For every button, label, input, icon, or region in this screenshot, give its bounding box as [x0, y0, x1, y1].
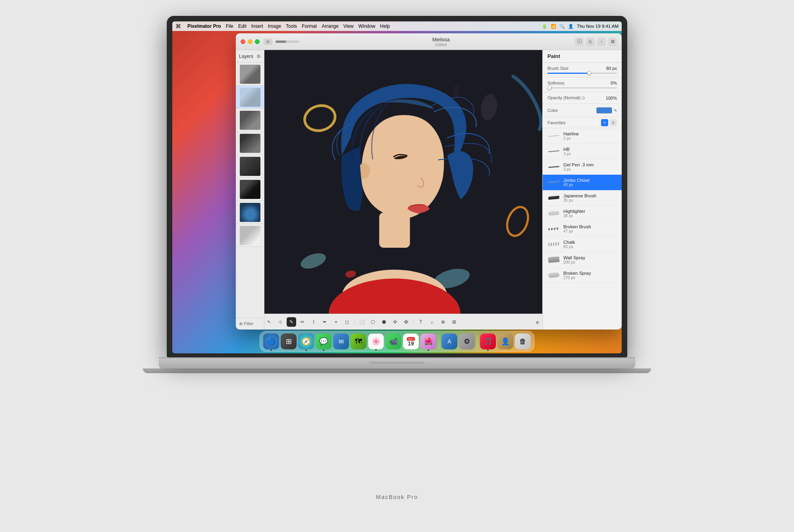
dock-appstore[interactable]: A: [441, 333, 457, 349]
favorites-settings-btn[interactable]: ⊙: [610, 119, 617, 126]
text-tool[interactable]: T: [416, 317, 426, 327]
brush-name-chisel: Jimbo Chisel: [563, 178, 617, 183]
copy-button[interactable]: ⎘: [586, 37, 595, 46]
menu-edit[interactable]: Edit: [238, 23, 247, 29]
menu-view[interactable]: View: [343, 23, 354, 29]
dock-safari[interactable]: 🧭: [298, 333, 314, 349]
color-swatch[interactable]: [596, 107, 612, 114]
star-tool[interactable]: ✣: [390, 317, 400, 327]
dock-pixelmator[interactable]: 🌺: [420, 333, 436, 349]
dock-music[interactable]: 🎵: [480, 333, 496, 349]
brush-item-broken-spray[interactable]: Broken Spray 270 px: [543, 268, 622, 283]
color-picker-icon[interactable]: ✎: [614, 108, 617, 113]
brush-size-value: 80 px: [606, 66, 617, 71]
titlebar-controls: ⓘ ⎘ ↑ ⊠: [575, 37, 617, 46]
favorites-active-btn[interactable]: ≡: [601, 119, 608, 126]
brush-item-chisel[interactable]: Jimbo Chisel 40 px: [543, 175, 622, 190]
brush-item-chalk[interactable]: Chalk 60 px: [543, 237, 622, 252]
brush-size-wall: 200 px: [563, 260, 617, 264]
rect-tool[interactable]: ⬜: [357, 317, 366, 327]
window-subtitle: Edited: [436, 42, 447, 47]
brush-item-hb[interactable]: HB 3 px: [543, 144, 622, 159]
dock-mail[interactable]: ✉: [333, 333, 349, 349]
paint-tool active[interactable]: ✎: [287, 317, 296, 327]
brush-item-highlighter[interactable]: Highlighter 38 px: [543, 206, 622, 221]
brush-size-thumb[interactable]: [587, 71, 591, 75]
crop-tool[interactable]: ⊹: [276, 317, 285, 327]
ellipse-tool[interactable]: ⬡: [368, 317, 378, 327]
zoom-in-tool[interactable]: ⊕: [438, 317, 448, 327]
layers-settings-icon[interactable]: ⚙: [256, 54, 261, 59]
toolbar-sep-2: [413, 318, 414, 326]
layer-item[interactable]: [236, 155, 264, 178]
brush-info-chalk: Chalk 60 px: [563, 240, 617, 249]
menubar-user[interactable]: 👤: [568, 24, 574, 29]
laptop-screen-frame: ⌘ Pixelmator Pro File Edit Insert Image …: [167, 16, 627, 357]
expand-button[interactable]: ⊠: [608, 37, 617, 46]
pen-tool[interactable]: ✒: [320, 317, 330, 327]
canvas-area[interactable]: ↖ ⊹ ✎ ✏ ⌇ ✒ ⌖ ◻ ⬜ ⬡ ⬢: [264, 50, 542, 330]
brush-item-broken-brush[interactable]: Broken Brush 47 px: [543, 221, 622, 237]
layer-item[interactable]: [236, 178, 264, 201]
zoom-tool[interactable]: ⌕: [427, 317, 437, 327]
softness-section: Softness 0%: [543, 77, 622, 92]
layer-item-active[interactable]: [236, 86, 264, 109]
brush-item-wall-spray[interactable]: Wall Spray 200 px: [543, 252, 622, 268]
layer-item[interactable]: [236, 63, 264, 86]
pencil-tool[interactable]: ✏: [298, 317, 307, 327]
eraser-tool[interactable]: ◻: [342, 317, 352, 327]
menu-image[interactable]: Image: [268, 23, 281, 29]
minimize-button[interactable]: [248, 39, 252, 44]
cross-tool[interactable]: ✠: [401, 317, 411, 327]
dock-launchpad[interactable]: ⊞: [281, 333, 297, 349]
menu-help[interactable]: Help: [380, 23, 390, 29]
brush-icon-hairline: [547, 130, 560, 141]
brush-item-japanese[interactable]: Japanese Brush 35 px: [543, 190, 622, 206]
menu-window[interactable]: Window: [358, 23, 376, 29]
share-button[interactable]: ↑: [597, 37, 606, 46]
sidebar-toggle[interactable]: ⊞: [264, 39, 272, 45]
dock-facetime[interactable]: 📹: [385, 333, 401, 349]
dock-sysprefs[interactable]: ⚙: [459, 333, 475, 349]
layer-item[interactable]: [236, 224, 264, 247]
layers-footer[interactable]: ⊕ Filter: [236, 318, 264, 330]
shape-tool[interactable]: ⌖: [331, 317, 341, 327]
brush-tool[interactable]: ⌇: [309, 317, 318, 327]
dock-trash[interactable]: 🗑: [515, 333, 531, 349]
laptop-base: [159, 357, 635, 368]
brush-item-hairline[interactable]: Hairline 2 px: [543, 128, 622, 144]
dock-user[interactable]: 👤: [497, 333, 513, 349]
paint-panel: Paint Brush Size 80 px: [542, 50, 622, 330]
menu-arrange[interactable]: Arrange: [322, 23, 339, 29]
color-section: Color ✎: [543, 104, 622, 117]
menu-file[interactable]: File: [226, 23, 233, 29]
menu-insert[interactable]: Insert: [251, 23, 263, 29]
menubar-app-name[interactable]: Pixelmator Pro: [187, 23, 221, 29]
polygon-tool[interactable]: ⬢: [379, 317, 389, 327]
layer-item[interactable]: [236, 109, 264, 132]
select-tool[interactable]: ↖: [264, 317, 274, 327]
softness-slider[interactable]: [547, 87, 617, 89]
softness-thumb[interactable]: [547, 86, 551, 90]
dock-photos[interactable]: 🌸: [368, 333, 384, 349]
menubar-search[interactable]: 🔍: [559, 24, 565, 29]
dock-messages[interactable]: 💬: [316, 333, 331, 349]
dock-calendar[interactable]: NOV 19: [403, 333, 419, 349]
layer-item[interactable]: [236, 201, 264, 224]
brush-size-slider[interactable]: [547, 73, 617, 74]
laptop-screen: ⌘ Pixelmator Pro File Edit Insert Image …: [172, 21, 622, 353]
close-button[interactable]: [241, 39, 245, 44]
menu-format[interactable]: Format: [302, 23, 317, 29]
brush-info-gel: Gel Pen .3 mm 3 px: [563, 162, 617, 172]
info-button[interactable]: ⓘ: [575, 37, 584, 46]
menu-tools[interactable]: Tools: [286, 23, 297, 29]
layer-item[interactable]: [236, 132, 264, 155]
dock-pix-dot: [428, 349, 429, 351]
dock-maps[interactable]: 🗺: [351, 333, 366, 349]
brush-item-gel[interactable]: Gel Pen .3 mm 3 px: [543, 159, 622, 175]
brush-icon-wall: [547, 254, 560, 265]
apple-menu[interactable]: ⌘: [175, 23, 181, 29]
grid-tool[interactable]: ⊞: [449, 317, 459, 327]
fullscreen-button[interactable]: [255, 39, 260, 44]
dock-finder[interactable]: 🔵: [263, 333, 279, 349]
